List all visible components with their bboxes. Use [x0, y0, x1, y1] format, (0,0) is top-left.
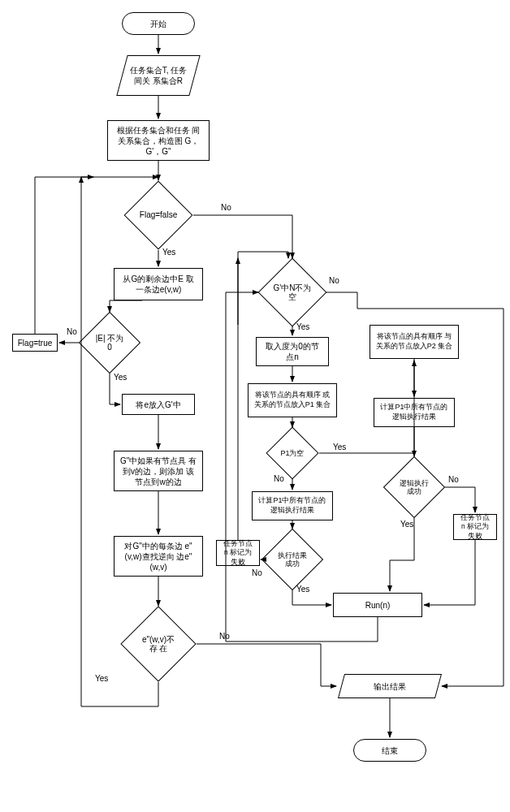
label-start: 开始 — [150, 19, 166, 29]
label-calcp1b: 计算P1中所有节点的 逻辑执行结果 — [379, 403, 449, 421]
process-foreachedge: 对G"中的每条边 e"(v,w)查找逆向 边e"(w,v) — [114, 536, 203, 577]
edge-label-yes: Yes — [296, 322, 309, 331]
terminator-start: 开始 — [122, 12, 195, 35]
label-pute: 将e放入G'中 — [136, 400, 180, 410]
process-flagtrue: Flag=true — [12, 334, 58, 352]
edge-label-yes: Yes — [333, 443, 346, 451]
edge-label-yes: Yes — [95, 674, 108, 683]
process-construct: 根据任务集合和任务 间关系集合，构造图 G，G'，G" — [107, 120, 210, 161]
label-taskfail2: 任务节点n 标记为失败 — [459, 513, 491, 540]
label-flagtrue: Flag=true — [18, 338, 53, 348]
decision-gpn: G'中N不为空 — [268, 268, 317, 317]
label-gpn: G'中N不为空 — [270, 283, 315, 302]
process-gdouble: G"中如果有节点具 有到v的边，则添加 该节点到w的边 — [114, 451, 203, 491]
edge-label-no: No — [67, 327, 77, 336]
edge-label-yes: Yes — [400, 520, 413, 529]
label-gdouble: G"中如果有节点具 有到v的边，则添加 该节点到w的边 — [119, 456, 197, 487]
label-construct: 根据任务集合和任务 间关系集合，构造图 G，G'，G" — [113, 125, 204, 157]
process-calcp1: 计算P1中所有节点的 逻辑执行结果 — [252, 491, 333, 520]
decision-wvnotexist: e"(w,v)不存 在 — [132, 617, 185, 671]
label-calcp1: 计算P1中所有节点的 逻辑执行结果 — [257, 496, 327, 515]
process-seqorrel: 将该节点的具有顺序 或关系的节点放入P1 集合 — [248, 383, 337, 417]
process-taskfail1: 任务节点n 标记为失败 — [216, 540, 260, 566]
label-p1empty: P1为空 — [280, 449, 304, 457]
edge-label-no: No — [274, 474, 284, 483]
label-foreachedge: 对G"中的每条边 e"(v,w)查找逆向 边e"(w,v) — [119, 541, 197, 572]
label-takenode: 取入度为0的节 点n — [261, 341, 323, 362]
edge-label-yes: Yes — [114, 373, 127, 382]
label-execok: 执行结果成功 — [277, 551, 308, 568]
label-run: Run(n) — [365, 600, 391, 611]
label-putp2: 将该节点的具有顺序 与关系的节点放入P2 集合 — [375, 332, 453, 351]
edge-label-no: No — [221, 203, 231, 212]
flowchart-canvas: 开始 任务集合T, 任务间关 系集合R 根据任务集合和任务 间关系集合，构造图 … — [0, 0, 510, 812]
label-output: 输出结果 — [374, 681, 406, 692]
label-wvnotexist: e"(w,v)不存 在 — [138, 635, 179, 654]
decision-p1empty: P1为空 — [274, 434, 311, 472]
decision-flagcheck: Flag=false — [134, 191, 183, 240]
edge-label-no: No — [329, 276, 339, 285]
process-putp2: 将该节点的具有顺序 与关系的节点放入P2 集合 — [370, 325, 459, 359]
process-taskfail2: 任务节点n 标记为失败 — [453, 514, 497, 540]
label-logicok: 逻辑执行成功 — [399, 479, 430, 496]
decision-execok: 执行结果成功 — [270, 538, 314, 581]
decision-enotzero: |E| 不为0 — [88, 321, 132, 365]
edge-label-no: No — [448, 475, 459, 484]
decision-logicok: 逻辑执行成功 — [392, 465, 436, 509]
io-output: 输出结果 — [338, 674, 442, 698]
edge-label-no: No — [252, 568, 262, 577]
label-takeedge: 从G的剩余边中E 取一条边e(v,w) — [119, 274, 197, 295]
label-flagcheck: Flag=false — [140, 210, 177, 220]
process-pute: 将e放入G'中 — [122, 394, 195, 415]
io-input: 任务集合T, 任务间关 系集合R — [116, 55, 200, 96]
label-input: 任务集合T, 任务间关 系集合R — [128, 65, 189, 86]
terminator-end: 结束 — [353, 739, 426, 762]
edge-label-yes: Yes — [162, 248, 175, 257]
label-end: 结束 — [382, 745, 398, 756]
process-run: Run(n) — [333, 593, 422, 617]
label-enotzero: |E| 不为0 — [94, 334, 125, 352]
edge-label-yes: Yes — [296, 585, 309, 594]
process-takeedge: 从G的剩余边中E 取一条边e(v,w) — [114, 268, 203, 300]
label-seqorrel: 将该节点的具有顺序 或关系的节点放入P1 集合 — [253, 391, 331, 409]
process-takenode: 取入度为0的节 点n — [256, 337, 329, 366]
edge-label-no: No — [219, 632, 230, 641]
label-taskfail1: 任务节点n 标记为失败 — [222, 539, 254, 566]
process-calcp1b: 计算P1中所有节点的 逻辑执行结果 — [374, 398, 455, 427]
